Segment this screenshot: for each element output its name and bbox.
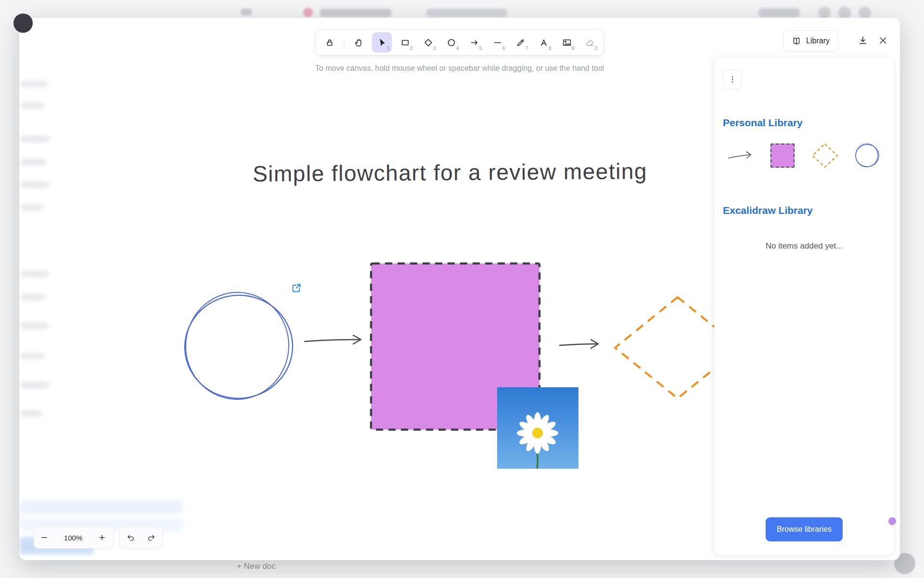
external-link-icon[interactable]: [293, 285, 300, 292]
tool-shortcut: 7: [526, 46, 528, 51]
tool-shortcut: 0: [595, 46, 598, 51]
tool-shortcut: 4: [456, 46, 459, 51]
arrow-connector-2[interactable]: [560, 340, 598, 348]
redo-button[interactable]: [141, 527, 162, 548]
tool-selection[interactable]: 1: [372, 32, 392, 53]
personal-library-title: Personal Library: [723, 117, 803, 129]
line-icon: [492, 38, 502, 48]
toolbar-divider: [344, 36, 345, 49]
tool-shortcut: 8: [549, 46, 552, 51]
arrow-icon: [469, 38, 479, 48]
library-item-purple-square[interactable]: [763, 138, 802, 173]
tool-line[interactable]: 6: [488, 32, 508, 53]
export-download-button[interactable]: [856, 33, 870, 48]
rectangle-icon: [400, 38, 410, 48]
excalidraw-library-title: Excalidraw Library: [723, 205, 813, 216]
pencil-icon: [515, 38, 526, 48]
tool-shortcut: 3: [433, 46, 436, 51]
download-icon: [858, 35, 868, 46]
tool-text[interactable]: 8: [534, 32, 554, 53]
purple-square-item-icon: [770, 144, 795, 168]
close-button[interactable]: [876, 33, 890, 48]
browse-libraries-button[interactable]: Browse libraries: [766, 517, 843, 541]
sketch-circle[interactable]: [180, 287, 297, 404]
arrow-item-icon: [725, 141, 755, 171]
lock-icon: [324, 38, 334, 48]
zoom-in-button[interactable]: [92, 527, 112, 548]
undo-button[interactable]: [120, 527, 141, 548]
undo-icon: [126, 533, 135, 542]
tool-shortcut: 9: [572, 46, 575, 51]
bg-share-blob: [758, 8, 800, 17]
selection-cursor-icon: [377, 38, 387, 48]
tool-diamond[interactable]: 3: [418, 32, 438, 53]
redo-icon: [147, 533, 156, 542]
tool-arrow[interactable]: 5: [464, 32, 485, 53]
tool-shortcut: 1: [387, 46, 390, 51]
library-button[interactable]: Library: [783, 30, 838, 52]
library-item-arrow[interactable]: [721, 138, 759, 173]
library-button-label: Library: [806, 37, 830, 45]
library-empty-text: No items added yet...: [714, 241, 894, 251]
bg-pink-dot: [303, 8, 313, 17]
hand-icon: [354, 38, 364, 48]
library-menu-button[interactable]: [723, 70, 742, 89]
tool-ellipse[interactable]: 4: [441, 32, 462, 53]
bg-back-arrow-blob: [241, 9, 252, 15]
zoom-out-button[interactable]: [34, 527, 54, 548]
book-icon: [792, 36, 801, 46]
image-icon: [562, 38, 572, 48]
kebab-menu-icon: [728, 75, 737, 84]
tool-eraser[interactable]: 0: [580, 32, 600, 53]
tool-image[interactable]: 9: [557, 32, 577, 53]
history-controls: [119, 526, 163, 549]
excalidraw-modal: Simple flowchart for a review meeting 1: [19, 18, 900, 560]
tool-shortcut: 2: [410, 46, 413, 51]
orange-diamond-item-icon: [810, 141, 840, 171]
zoom-level[interactable]: 100%: [54, 534, 92, 542]
bg-breadcrumb-blob-2: [426, 9, 507, 17]
eraser-icon: [585, 38, 595, 48]
close-icon: [878, 35, 888, 46]
canvas-title[interactable]: Simple flowchart for a review meeting: [226, 158, 674, 187]
zoom-controls: 100%: [34, 526, 114, 549]
library-item-orange-diamond[interactable]: [806, 138, 844, 173]
tool-hand[interactable]: [349, 32, 369, 53]
library-item-blue-circle[interactable]: [848, 138, 886, 173]
diamond-icon: [423, 38, 433, 48]
tool-shortcut: 5: [479, 46, 482, 51]
tool-lock[interactable]: [320, 32, 340, 53]
text-icon: [539, 38, 549, 48]
daisy-image[interactable]: [497, 387, 578, 469]
plus-icon: [98, 533, 106, 542]
blue-circle-item-icon: [852, 141, 882, 171]
bg-breadcrumb-blob-1: [320, 9, 392, 17]
personal-library-items: [720, 138, 888, 173]
arrow-connector-1[interactable]: [305, 335, 361, 344]
tool-toolbar: 1 2 3 4 5: [316, 30, 603, 55]
tool-shortcut: 6: [502, 46, 505, 51]
tool-draw[interactable]: 7: [511, 32, 531, 53]
new-doc-label: + New doc: [237, 562, 276, 571]
library-panel: Personal Library Exca: [714, 57, 894, 555]
minus-icon: [40, 533, 49, 542]
ellipse-icon: [446, 38, 456, 48]
tool-rectangle[interactable]: 2: [395, 32, 415, 53]
